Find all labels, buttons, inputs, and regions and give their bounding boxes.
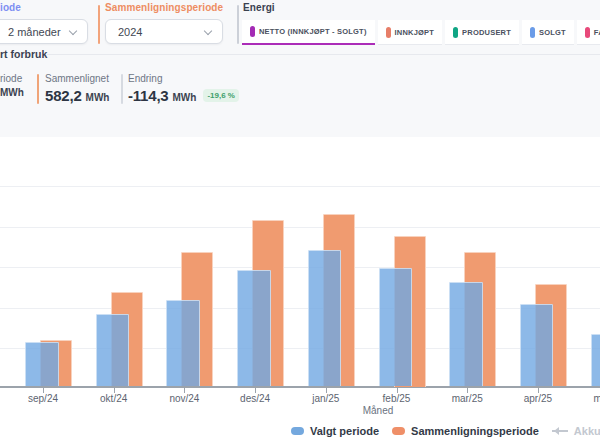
energy-tab-2[interactable]: PRODUSERT: [445, 20, 519, 45]
legend-pill-icon: [291, 427, 304, 435]
x-tick-label: nov/24: [154, 393, 214, 404]
gridline: [0, 186, 600, 187]
x-tick-label: jan/25: [296, 393, 356, 404]
gridline: [0, 348, 600, 349]
x-axis-title: Måned: [352, 405, 404, 416]
x-tick-label: mai/25: [579, 393, 600, 404]
comparison-select[interactable]: 2024: [105, 19, 223, 44]
energy-tab-4[interactable]: FAKTISK FORBRUK: [577, 20, 600, 45]
legend-line-arrow-icon: [552, 430, 568, 432]
period-select-value: 2 måneder: [8, 26, 61, 38]
legend-label: Sammenligningsperiode: [411, 425, 539, 437]
x-tick-label: des/24: [225, 393, 285, 404]
energy-color-pill-icon: [386, 27, 391, 38]
change-percent-badge: -19,6 %: [203, 89, 239, 102]
stat-divider-gray: [121, 74, 123, 104]
comparison-group-bracket: [98, 5, 100, 44]
legend-item-2[interactable]: Akkumulert: [552, 425, 600, 437]
stat-unit: MWh: [173, 92, 197, 103]
stat-selected-period: riode MWh: [0, 73, 24, 98]
energy-tab-label: PRODUSERT: [462, 28, 511, 37]
bar-selected-des-24[interactable]: [237, 270, 271, 387]
stat-compared: Sammenlignet 582,2 MWh: [45, 73, 109, 104]
bar-chart: sep/24okt/24nov/24des/24jan/25feb/25mar/…: [0, 137, 600, 447]
comparison-select-value: 2024: [118, 26, 142, 38]
bar-selected-apr-25[interactable]: [520, 304, 554, 386]
chart-legend: Valgt periodeSammenligningsperiodeAkkumu…: [291, 425, 600, 437]
stat-value: -114,3: [128, 87, 169, 104]
stat-label: riode: [0, 73, 24, 84]
energy-color-pill-icon: [453, 27, 458, 38]
stat-unit: MWh: [86, 92, 110, 103]
gridline: [0, 267, 600, 268]
legend-pill-icon: [392, 427, 405, 435]
legend-item-0[interactable]: Valgt periode: [291, 425, 379, 437]
dashboard-screen: iode 2 måneder Sammenligningsperiode 202…: [0, 0, 600, 447]
section-divider: [47, 54, 600, 55]
energy-color-pill-icon: [530, 27, 535, 38]
energy-tab-label: INNKJØPT: [395, 28, 435, 37]
stat-value: 582,2: [45, 87, 82, 104]
bar-selected-nov-24[interactable]: [166, 300, 200, 386]
bar-selected-okt-24[interactable]: [96, 314, 130, 386]
energy-tab-label: FAKTISK FORBRUK: [594, 28, 600, 37]
bar-selected-jan-25[interactable]: [308, 250, 342, 387]
legend-label: Akkumulert: [574, 425, 600, 437]
gridline: [0, 308, 600, 309]
x-tick-label: mar/25: [437, 393, 497, 404]
gridline: [0, 227, 600, 228]
stat-label: Sammenlignet: [45, 73, 109, 84]
bar-selected-mai-25[interactable]: [591, 334, 600, 386]
stat-label: Endring: [128, 73, 239, 84]
x-axis-line: [0, 386, 600, 388]
chevron-down-icon: [205, 28, 212, 35]
energy-color-pill-icon: [585, 27, 590, 38]
chevron-down-icon: [70, 28, 77, 35]
energy-tab-1[interactable]: INNKJØPT: [378, 20, 443, 45]
x-tick-label: okt/24: [84, 393, 144, 404]
period-select[interactable]: 2 måneder: [0, 19, 88, 44]
energy-filter-label: Energi: [243, 2, 275, 13]
stat-divider-orange: [37, 74, 39, 104]
energy-tabs: NETTO (INNKJØPT - SOLGT)INNKJØPTPRODUSER…: [242, 20, 600, 45]
legend-item-1[interactable]: Sammenligningsperiode: [392, 425, 539, 437]
x-tick-label: feb/25: [367, 393, 427, 404]
bar-selected-feb-25[interactable]: [379, 268, 413, 387]
energy-tab-label: SOLGT: [539, 28, 566, 37]
comparison-filter-label: Sammenligningsperiode: [105, 2, 223, 13]
stat-change: Endring -114,3 MWh -19,6 %: [128, 73, 239, 104]
energy-group-bracket: [237, 5, 239, 44]
energy-tab-3[interactable]: SOLGT: [522, 20, 574, 45]
section-title: rt forbruk: [0, 48, 47, 60]
stat-unit: MWh: [0, 87, 24, 98]
x-tick-label: sep/24: [13, 393, 73, 404]
x-tick-label: apr/25: [508, 393, 568, 404]
period-filter-label: iode: [0, 2, 21, 13]
bar-selected-mar-25[interactable]: [449, 282, 483, 387]
energy-tab-0[interactable]: NETTO (INNKJØPT - SOLGT): [242, 20, 375, 45]
legend-label: Valgt periode: [310, 425, 379, 437]
bar-selected-sep-24[interactable]: [25, 342, 59, 386]
energy-tab-label: NETTO (INNKJØPT - SOLGT): [259, 27, 367, 36]
energy-color-pill-icon: [250, 26, 255, 37]
